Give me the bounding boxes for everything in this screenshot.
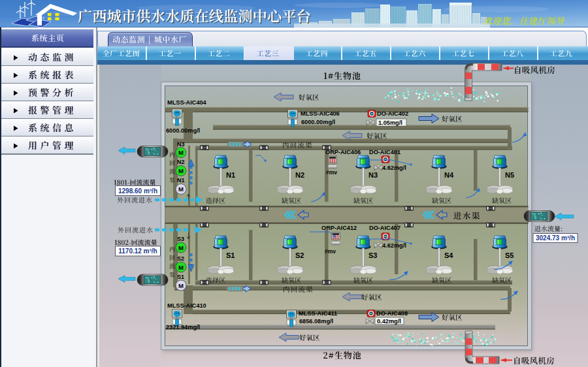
svg-text:M: M <box>178 264 184 271</box>
svg-text:S5: S5 <box>505 251 514 259</box>
svg-text:#mv: #mv <box>325 248 336 255</box>
svg-text:N5: N5 <box>505 171 514 179</box>
svg-text:N1: N1 <box>226 171 235 179</box>
svg-text:M: M <box>178 167 184 174</box>
svg-text:DO-AIC401: DO-AIC401 <box>369 149 400 155</box>
svg-text:S1: S1 <box>177 274 184 280</box>
svg-text:1.05mg/l: 1.05mg/l <box>378 120 402 126</box>
svg-text:DO-AIC407: DO-AIC407 <box>369 225 400 231</box>
svg-text:4.62mg/l: 4.62mg/l <box>382 165 406 171</box>
svg-text:M: M <box>178 282 184 289</box>
svg-text:M: M <box>178 149 184 156</box>
svg-text:0.42mg/l: 0.42mg/l <box>377 318 401 325</box>
svg-text:N3: N3 <box>177 141 185 148</box>
svg-text:1170.12 m³/h: 1170.12 m³/h <box>118 247 157 255</box>
svg-text:MLSS-AIC411: MLSS-AIC411 <box>299 310 337 317</box>
svg-text:N3: N3 <box>368 171 378 179</box>
svg-text:MLSS-AIC406: MLSS-AIC406 <box>301 110 340 117</box>
svg-text:MLSS-AIC410: MLSS-AIC410 <box>167 302 206 309</box>
svg-text:ORP-AIC412: ORP-AIC412 <box>321 225 357 231</box>
svg-text:6000.00mg/l: 6000.00mg/l <box>301 119 335 125</box>
svg-text:S2: S2 <box>295 251 304 259</box>
svg-text:S1: S1 <box>226 251 235 259</box>
svg-text:N2: N2 <box>295 171 304 179</box>
svg-text:1298.60 m³/h: 1298.60 m³/h <box>118 187 157 195</box>
svg-text:N1: N1 <box>177 177 185 184</box>
svg-text:4.62mg/l: 4.62mg/l <box>382 242 406 249</box>
svg-text:DO-AIC408: DO-AIC408 <box>376 310 408 317</box>
svg-text:M: M <box>178 244 184 251</box>
svg-text:S3: S3 <box>368 251 377 259</box>
svg-text:3024.73 m³/h: 3024.73 m³/h <box>536 234 575 242</box>
svg-text:S2: S2 <box>177 255 184 262</box>
svg-text:6856.08mg/l: 6856.08mg/l <box>299 318 333 325</box>
svg-text:MLSS-AIC404: MLSS-AIC404 <box>167 99 207 106</box>
svg-text:M: M <box>178 185 184 193</box>
svg-text:2321.94mg/l: 2321.94mg/l <box>166 324 200 330</box>
svg-text:S3: S3 <box>177 236 184 242</box>
svg-text:N2: N2 <box>177 159 185 165</box>
svg-text:#mv: #mv <box>326 169 337 176</box>
svg-text:DO-AIC402: DO-AIC402 <box>377 110 408 117</box>
svg-text:6000.00mg/l: 6000.00mg/l <box>166 127 200 134</box>
svg-text:S4: S4 <box>444 251 453 259</box>
svg-text:N4: N4 <box>444 171 454 179</box>
